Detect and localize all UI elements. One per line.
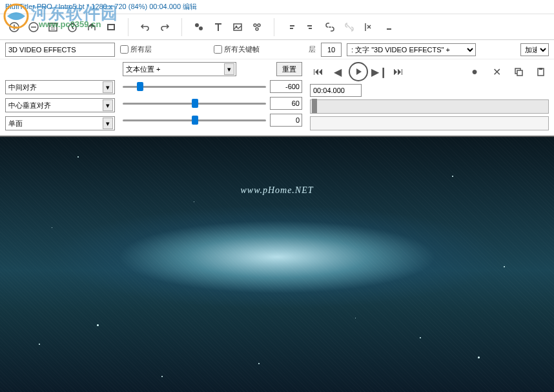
unlink-button[interactable] [340, 18, 358, 36]
value-y[interactable]: 60 [270, 97, 302, 110]
timeline-playhead[interactable] [312, 99, 317, 113]
options-row: 所有层 所有关键帧 层 : 文字 "3D VIDEO EFFECTS" + 加速 [0, 40, 554, 59]
link-button[interactable] [321, 18, 339, 36]
copy-button[interactable] [510, 63, 527, 80]
align-right-button[interactable] [302, 18, 320, 36]
slider-z[interactable] [123, 114, 266, 126]
svg-point-8 [199, 26, 203, 30]
keyframe-track[interactable] [310, 116, 549, 130]
slider-y[interactable] [123, 98, 266, 109]
delete-key-button[interactable]: ✕ [488, 63, 505, 80]
redo-button[interactable] [156, 18, 174, 36]
text-tool-button[interactable] [209, 18, 227, 36]
align-left-button[interactable] [282, 18, 300, 36]
particle-button[interactable] [190, 18, 208, 36]
timer-button[interactable] [63, 18, 81, 36]
svg-point-7 [195, 23, 199, 27]
timeline[interactable] [310, 99, 549, 114]
export-button[interactable] [83, 18, 101, 36]
layer-label: 层 [309, 45, 316, 54]
last-frame-button[interactable]: ⏭ [390, 63, 407, 80]
chevron-down-icon: ▾ [103, 81, 113, 93]
undo-button[interactable] [136, 18, 154, 36]
property-dropdown[interactable]: 文本位置 + ▾ [123, 62, 236, 76]
chevron-down-icon: ▾ [224, 63, 234, 75]
play-button[interactable] [349, 62, 368, 81]
title-bar: BluffTitler PRO - Intro5.bt * 1280 x 720… [0, 0, 554, 14]
easing-select[interactable]: 加速 [520, 43, 549, 56]
watermark-logo-icon [3, 3, 29, 29]
layer-text-input[interactable] [5, 43, 115, 57]
layer-select[interactable]: : 文字 "3D VIDEO EFFECTS" + [347, 43, 476, 56]
layer-number-input[interactable] [321, 43, 342, 57]
svg-rect-15 [517, 70, 522, 76]
all-keyframes-checkbox[interactable]: 所有关键帧 [214, 45, 260, 54]
clear-x-button[interactable] [360, 18, 378, 36]
svg-point-12 [258, 24, 260, 26]
face-dropdown[interactable]: 单面 ▾ [5, 116, 115, 130]
next-frame-button[interactable]: ▶❙ [371, 63, 387, 80]
record-button[interactable]: ● [466, 63, 483, 80]
align-h-dropdown[interactable]: 中间对齐 ▾ [5, 80, 115, 94]
chevron-down-icon: ▾ [103, 99, 113, 111]
effects-button[interactable] [248, 18, 266, 36]
svg-rect-6 [108, 25, 114, 29]
film-button[interactable] [102, 18, 120, 36]
first-frame-button[interactable]: ⏮ [310, 63, 327, 80]
slider-x[interactable] [123, 81, 266, 92]
main-toolbar [0, 14, 554, 40]
value-z[interactable]: 0 [270, 114, 302, 127]
svg-rect-17 [539, 68, 542, 70]
preview-viewport[interactable]: www.pHome.NET [0, 137, 554, 392]
image-tool-button[interactable] [229, 18, 247, 36]
window-title: BluffTitler PRO - Intro5.bt * 1280 x 720… [5, 2, 197, 12]
prev-frame-button[interactable]: ◀ [329, 63, 346, 80]
value-x[interactable]: -600 [270, 80, 302, 93]
playback-controls: ⏮ ◀ ▶❙ ⏭ [310, 62, 407, 81]
svg-point-13 [256, 28, 258, 30]
settings-button[interactable] [44, 18, 62, 36]
chevron-down-icon: ▾ [103, 118, 113, 129]
reset-button[interactable]: 重置 [276, 62, 302, 76]
preview-watermark: www.pHome.NET [240, 185, 313, 196]
svg-point-11 [254, 24, 256, 26]
paste-button[interactable] [532, 63, 549, 80]
align-bottom-button[interactable] [379, 18, 397, 36]
property-row: 中间对齐 ▾ 中心垂直对齐 ▾ 单面 ▾ 文本位置 + ▾ 重置 -600 60 [0, 59, 554, 133]
time-display[interactable]: 00:04.000 [310, 84, 362, 97]
all-layers-checkbox[interactable]: 所有层 [120, 45, 152, 54]
align-v-dropdown[interactable]: 中心垂直对齐 ▾ [5, 98, 115, 112]
